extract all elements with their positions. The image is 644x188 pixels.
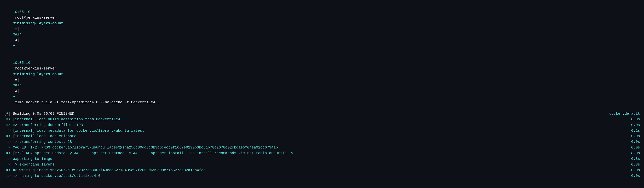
timestamp: 10:05:10 (13, 61, 30, 65)
git-status: ±| (13, 27, 19, 31)
directory: minimising-layers-count (13, 72, 63, 76)
terminal-line: => [internal] load metadata for docker.i… (4, 128, 640, 134)
user-host: root@jenkins-server (13, 15, 59, 20)
terminal-line: => [internal] load build definition from… (4, 117, 640, 122)
terminal-line: => exporting to image 0.8s (4, 156, 640, 162)
step-text: => [internal] load build definition from… (4, 117, 627, 122)
terminal-line: 10:05:10 root@jenkins-server minimising-… (4, 54, 640, 111)
command-text: time docker build -t test/optimize:4.0 -… (13, 100, 160, 104)
step-text: => [internal] load metadata for docker.i… (4, 128, 627, 134)
terminal-line: => => transferring context: 2B 0.0s (4, 139, 640, 145)
build-status: [+] Building 9.0s (6/6) FINISHED (4, 111, 605, 117)
terminal-line: => => naming to docker.io/test/optimize:… (4, 173, 640, 179)
branch: main (13, 83, 22, 87)
terminal-line: => [internal] load .dockerignore 0.0s (4, 134, 640, 139)
step-text: => => transferring context: 2B (4, 139, 627, 145)
step-text: => => writing image sha256:2c1e9c2327c63… (4, 168, 627, 173)
step-timing: 0.0s (627, 139, 640, 145)
step-timing: 0.0s (627, 173, 640, 179)
git-markers: ✗| (13, 38, 19, 42)
terminal-line: => => exporting layers 0.8s (4, 162, 640, 168)
user-host: root@jenkins-server (13, 66, 59, 70)
step-timing: 0.0s (627, 168, 640, 173)
branch: main (13, 32, 22, 36)
step-timing: 0.8s (627, 156, 640, 162)
docker-context: docker:default (605, 111, 640, 117)
git-status: ±| (13, 78, 19, 82)
terminal-line: [+] Building 9.0s (6/6) FINISHED docker:… (4, 111, 640, 117)
terminal-line: => [2/2] RUN apt-get update -y && apt-ge… (4, 151, 640, 156)
arrow: ➜ (13, 95, 15, 99)
git-markers: ✗| (13, 89, 19, 93)
step-timing: 0.8s (627, 162, 640, 168)
terminal-line: => CACHED [1/2] FROM docker.io/library/u… (4, 145, 640, 151)
terminal-line: => => transferring dockerfile: 219B 0.0s (4, 122, 640, 128)
step-text: => => transferring dockerfile: 219B (4, 122, 627, 128)
timestamp: 10:05:10 (13, 10, 30, 14)
step-timing: 0.0s (627, 117, 640, 122)
directory: minimising-layers-count (13, 21, 63, 25)
step-text: => CACHED [1/2] FROM docker.io/library/u… (4, 145, 627, 151)
real-time-line: real 0m9.131s (4, 185, 640, 188)
terminal-line: 10:05:10 root@jenkins-server minimising-… (4, 4, 640, 54)
step-text: => => exporting layers (4, 162, 627, 168)
step-timing: 0.0s (627, 134, 640, 139)
step-timing: 8.0s (627, 151, 640, 156)
step-text: => [internal] load .dockerignore (4, 134, 627, 139)
terminal: 10:05:10 root@jenkins-server minimising-… (0, 1, 644, 188)
step-timing: 0.0s (627, 122, 640, 128)
step-text: => [2/2] RUN apt-get update -y && apt-ge… (4, 151, 627, 156)
step-timing: 0.0s (627, 145, 640, 151)
step-text: => => naming to docker.io/test/optimize:… (4, 173, 627, 179)
arrow: ➜ (13, 44, 15, 48)
terminal-line: => => writing image sha256:2c1e9c2327c63… (4, 168, 640, 173)
step-text: => exporting to image (4, 156, 627, 162)
blank-line (4, 179, 640, 185)
step-timing: 0.1s (627, 128, 640, 134)
